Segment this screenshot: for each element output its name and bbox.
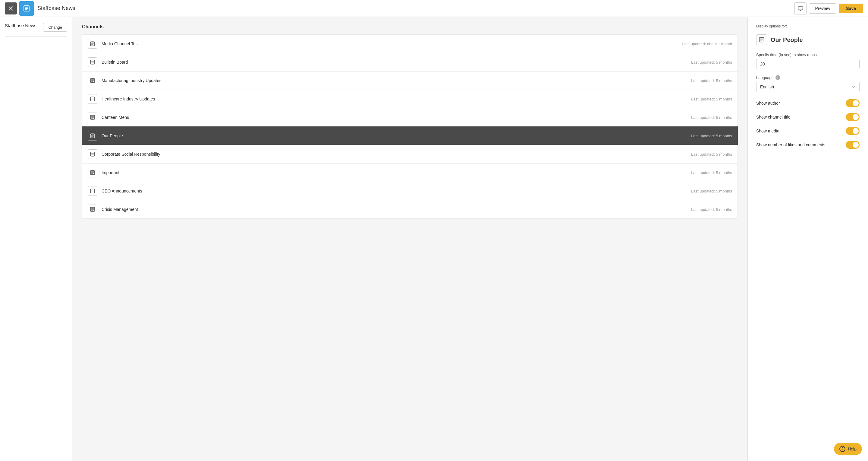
preview-icon-button[interactable]: [795, 2, 807, 15]
channel-icon: [88, 57, 97, 67]
channel-updated: Last updated: about 1 month: [682, 41, 732, 46]
language-label: Language i: [756, 75, 860, 80]
topbar: Staffbase News Preview Save: [0, 0, 868, 17]
toggle-label-show_likes: Show number of likes and comments: [756, 142, 826, 147]
channel-updated: Last updated: 5 months: [691, 207, 732, 212]
panel-channel-header: Our People: [756, 34, 860, 45]
channel-name: Crisis Management: [101, 207, 691, 212]
panel-channel-name: Our People: [771, 36, 803, 44]
time-section-label: Specify time (in sec) to show a post: [756, 53, 860, 57]
channel-name: CEO Announcements: [101, 189, 691, 193]
toggle-rows: Show author Show channel title Show medi…: [756, 99, 860, 149]
channel-name: Manufacturing Industry Updates: [101, 78, 691, 83]
language-select[interactable]: EnglishGermanFrenchSpanish: [756, 82, 860, 92]
channel-icon: [88, 186, 97, 196]
help-button[interactable]: ? Help: [834, 443, 862, 455]
toggle-show_media[interactable]: [846, 127, 860, 135]
channel-updated: Last updated: 5 months: [691, 79, 732, 83]
channel-item[interactable]: Bulletin Board Last updated: 5 months: [82, 53, 738, 71]
channel-updated: Last updated: 5 months: [691, 60, 732, 64]
channel-name: Healthcare Industry Updates: [101, 96, 691, 102]
preview-button[interactable]: Preview: [809, 3, 837, 13]
time-input[interactable]: [756, 59, 860, 69]
channel-name: Media Channel Test: [101, 41, 682, 46]
channel-icon: [88, 168, 97, 177]
channel-item[interactable]: Corporate Social Responsibility Last upd…: [82, 145, 738, 163]
channels-heading: Channels: [82, 24, 738, 30]
toggle-show_author[interactable]: [846, 99, 860, 107]
channel-name: Our People: [101, 133, 691, 138]
close-button[interactable]: [5, 2, 17, 15]
channel-list: Media Channel Test Last updated: about 1…: [82, 34, 738, 219]
channel-icon: [88, 76, 97, 85]
toggle-label-show_author: Show author: [756, 101, 780, 106]
channel-updated: Last updated: 5 months: [691, 115, 732, 120]
svg-rect-6: [798, 7, 803, 10]
channel-updated: Last updated: 5 months: [691, 134, 732, 138]
app-icon: [19, 1, 34, 16]
save-button[interactable]: Save: [839, 4, 863, 13]
main-layout: Staffbase News Change Channels Media Cha…: [0, 17, 868, 461]
sidebar-widget-name: Staffbase News: [5, 23, 36, 28]
display-options-label: Display options for:: [756, 24, 860, 28]
help-label: Help: [848, 446, 857, 451]
topbar-actions: Preview Save: [795, 2, 864, 15]
channel-icon: [88, 205, 97, 214]
panel-channel-icon: [756, 34, 767, 45]
channel-item[interactable]: Crisis Management Last updated: 5 months: [82, 200, 738, 219]
toggle-row-show_likes: Show number of likes and comments: [756, 141, 860, 149]
toggle-row-show_author: Show author: [756, 99, 860, 107]
channel-name: Bulletin Board: [101, 60, 691, 64]
page-title: Staffbase News: [37, 5, 795, 11]
toggle-show_channel_title[interactable]: [846, 113, 860, 121]
sidebar: Staffbase News Change: [0, 17, 72, 461]
channel-updated: Last updated: 5 months: [691, 170, 732, 175]
channel-item[interactable]: Healthcare Industry Updates Last updated…: [82, 90, 738, 108]
channel-item[interactable]: Our People Last updated: 5 months: [82, 126, 738, 145]
channel-icon: [88, 131, 97, 141]
channel-item[interactable]: Manufacturing Industry Updates Last upda…: [82, 71, 738, 90]
channel-name: Corporate Social Responsibility: [101, 152, 691, 156]
channel-icon: [88, 94, 97, 104]
channel-updated: Last updated: 5 months: [691, 97, 732, 102]
channel-item[interactable]: Media Channel Test Last updated: about 1…: [82, 34, 738, 53]
channel-icon: [88, 39, 97, 49]
channel-name: Canteen Menu: [101, 115, 691, 120]
toggle-row-show_channel_title: Show channel title: [756, 113, 860, 121]
language-info-icon[interactable]: i: [775, 75, 780, 80]
channel-item[interactable]: Canteen Menu Last updated: 5 months: [82, 108, 738, 126]
toggle-row-show_media: Show media: [756, 127, 860, 135]
channel-item[interactable]: CEO Announcements Last updated: 5 months: [82, 182, 738, 200]
toggle-label-show_media: Show media: [756, 128, 779, 133]
change-button[interactable]: Change: [43, 23, 67, 32]
content-area: Channels Media Channel Test Last updated…: [72, 17, 747, 461]
toggle-show_likes[interactable]: [846, 141, 860, 149]
sidebar-divider: [5, 36, 67, 37]
channel-item[interactable]: Important Last updated: 5 months: [82, 163, 738, 182]
channel-icon: [88, 149, 97, 159]
sidebar-top-row: Staffbase News Change: [5, 23, 67, 32]
toggle-label-show_channel_title: Show channel title: [756, 115, 790, 119]
channel-icon: [88, 113, 97, 122]
channel-updated: Last updated: 5 months: [691, 152, 732, 156]
help-circle-icon: ?: [839, 446, 845, 452]
channel-updated: Last updated: 5 months: [691, 189, 732, 193]
right-panel: Display options for: Our People Specify …: [747, 17, 868, 461]
channel-name: Important: [101, 170, 691, 175]
